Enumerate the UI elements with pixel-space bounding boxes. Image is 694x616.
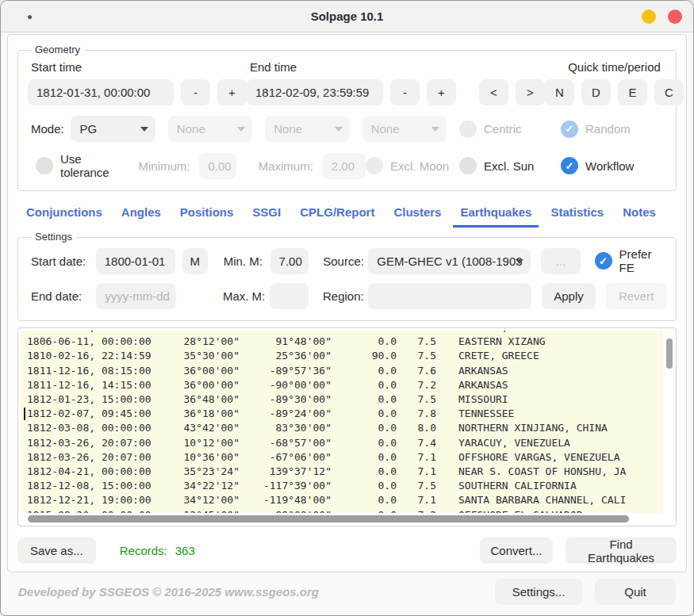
table-row[interactable]: 1812-04-21, 00:00:0035°23'24"139°37'12"0… bbox=[27, 465, 663, 479]
mode-dropdown[interactable]: PG bbox=[71, 116, 155, 142]
minimize-button[interactable] bbox=[642, 10, 656, 24]
app-icon bbox=[28, 15, 32, 19]
end-time-minus-button[interactable]: - bbox=[390, 79, 420, 105]
vertical-scrollbar-thumb[interactable] bbox=[666, 339, 673, 369]
table-row[interactable]: 1812-03-08, 00:00:0043°42'00"83°30'00"0.… bbox=[27, 421, 663, 435]
start-time-minus-button[interactable]: - bbox=[181, 79, 210, 105]
cell-latitude: 43°42'00" bbox=[157, 421, 240, 435]
chevron-down-icon bbox=[516, 259, 523, 264]
tab-ssgi[interactable]: SSGI bbox=[245, 202, 288, 228]
quit-button[interactable]: Quit bbox=[595, 579, 676, 605]
cell-latitude: 36°48'00" bbox=[157, 392, 240, 407]
maximum-input[interactable]: 2.00 bbox=[323, 153, 366, 179]
workflow-checkbox[interactable]: ✓ bbox=[561, 157, 578, 174]
mode-dropdown-2[interactable]: None bbox=[168, 116, 252, 142]
close-button[interactable] bbox=[668, 10, 682, 24]
table-row[interactable]: 1811-12-16, 08:15:0036°00'00"-89°57'36"0… bbox=[27, 364, 663, 378]
table-row[interactable]: 1812-03-26, 20:07:0010°36'00"-67°06'00"0… bbox=[27, 450, 663, 465]
earthquake-list[interactable]: 1806-03-25, 00:00:0020°22'04"-105°24'00"… bbox=[21, 331, 663, 513]
minimum-input[interactable]: 0.00 bbox=[199, 153, 236, 179]
source-more-button[interactable]: ... bbox=[541, 248, 580, 274]
mode-dropdown-4[interactable]: None bbox=[362, 116, 447, 142]
revert-button[interactable]: Revert bbox=[606, 283, 666, 309]
cell-latitude: 28°12'00" bbox=[157, 335, 240, 349]
cell-datetime: 1811-12-16, 08:15:00 bbox=[27, 364, 157, 378]
end-time-plus-button[interactable]: + bbox=[427, 79, 456, 105]
cell-region: SOUTHERN CALIFORNIA bbox=[458, 479, 577, 493]
tab-notes[interactable]: Notes bbox=[615, 202, 663, 228]
m-button[interactable]: M bbox=[182, 248, 208, 274]
tab-statistics[interactable]: Statistics bbox=[543, 202, 611, 228]
mode-dropdown-3[interactable]: None bbox=[265, 116, 349, 142]
table-row[interactable]: 1812-02-07, 09:45:0036°18'00"-89°24'00"0… bbox=[27, 407, 663, 421]
quick-c-button[interactable]: C bbox=[654, 79, 684, 105]
apply-button[interactable]: Apply bbox=[542, 283, 596, 309]
excl-sun-checkbox[interactable] bbox=[459, 157, 477, 174]
tab-conjunctions[interactable]: Conjunctions bbox=[19, 202, 109, 228]
table-row[interactable]: 1812-12-08, 15:00:0034°22'12"-117°39'00"… bbox=[27, 479, 663, 493]
quick-e-button[interactable]: E bbox=[618, 79, 647, 105]
cell-region: YARACUY, VENEZUELA bbox=[458, 436, 570, 450]
find-earthquakes-button[interactable]: Find Earthquakes bbox=[566, 538, 677, 564]
maximum-label: Maximum: bbox=[259, 159, 313, 173]
min-m-input[interactable]: 7.00 bbox=[270, 248, 309, 274]
prefer-fe-checkbox[interactable]: ✓ bbox=[595, 252, 612, 270]
table-row[interactable]: 1810-02-16, 22:14:5935°30'00"25°36'00"90… bbox=[27, 349, 663, 363]
cell-datetime: 1812-12-08, 15:00:00 bbox=[27, 479, 157, 493]
tab-earthquakes[interactable]: Earthquakes bbox=[453, 202, 539, 228]
excl-moon-checkbox[interactable] bbox=[366, 157, 383, 174]
quick-n-button[interactable]: N bbox=[545, 79, 574, 105]
cell-magnitude: 7.5 bbox=[397, 335, 436, 349]
cell-datetime: 1810-02-16, 22:14:59 bbox=[27, 349, 157, 363]
cell-region: ARKANSAS bbox=[458, 378, 508, 392]
horizontal-scrollbar-thumb[interactable] bbox=[28, 515, 629, 522]
minimum-label: Minimum: bbox=[138, 159, 190, 173]
centric-checkbox[interactable] bbox=[459, 121, 477, 138]
period-prev-button[interactable]: < bbox=[479, 79, 508, 105]
cell-latitude: 35°30'00" bbox=[157, 349, 240, 363]
random-checkbox[interactable]: ✓ bbox=[561, 121, 578, 138]
app-window: Solpage 10.1 Geometry Start time 1812-01… bbox=[0, 0, 694, 616]
max-m-input[interactable] bbox=[270, 283, 309, 309]
cell-longitude: 25°36'00" bbox=[240, 349, 332, 363]
cell-datetime: 1812-01-23, 15:00:00 bbox=[27, 392, 157, 407]
quick-d-button[interactable]: D bbox=[581, 79, 611, 105]
table-row[interactable]: 1812-03-26, 20:07:0010°12'00"-68°57'00"0… bbox=[27, 436, 663, 450]
records-value: 363 bbox=[175, 544, 195, 557]
source-dropdown[interactable]: GEM-GHEC v1 (1008-1903 bbox=[368, 248, 531, 274]
cell-datetime: 1812-12-21, 19:00:00 bbox=[27, 493, 157, 507]
titlebar[interactable]: Solpage 10.1 bbox=[1, 1, 693, 33]
cell-datetime: 1815-08-20, 00:00:00 bbox=[27, 508, 157, 513]
region-input[interactable] bbox=[368, 283, 531, 309]
table-row[interactable]: 1806-06-11, 00:00:0028°12'00"91°48'00"0.… bbox=[27, 335, 663, 349]
geometry-legend: Geometry bbox=[31, 44, 84, 55]
cell-depth: 0.0 bbox=[332, 465, 397, 479]
period-next-button[interactable]: > bbox=[516, 79, 545, 105]
table-row[interactable]: 1812-01-23, 15:00:0036°48'00"-89°30'00"0… bbox=[27, 392, 663, 407]
cell-longitude: 83°30'00" bbox=[240, 421, 332, 435]
end-time-input[interactable]: 1812-02-09, 23:59:59 bbox=[247, 79, 383, 105]
table-row[interactable]: 1811-12-16, 14:15:0036°00'00"-90°00'00"0… bbox=[27, 378, 663, 392]
end-date-input[interactable]: yyyy-mm-dd bbox=[96, 283, 175, 309]
tab-angles[interactable]: Angles bbox=[114, 202, 168, 228]
cell-region: ARKANSAS bbox=[458, 364, 508, 378]
use-tolerance-checkbox[interactable] bbox=[36, 157, 53, 174]
save-as-button[interactable]: Save as... bbox=[17, 538, 96, 564]
start-date-input[interactable]: 1800-01-01 bbox=[96, 248, 175, 274]
cell-latitude: 10°12'00" bbox=[157, 436, 240, 450]
convert-button[interactable]: Convert... bbox=[480, 538, 553, 564]
start-time-input[interactable]: 1812-01-31, 00:00:00 bbox=[28, 79, 174, 105]
table-row[interactable]: 1815-08-20, 00:00:0012°45'00"-89°00'00"0… bbox=[27, 508, 663, 513]
table-row[interactable]: 1812-12-21, 19:00:0034°12'00"-119°48'00"… bbox=[27, 493, 663, 507]
cell-magnitude: 8.0 bbox=[397, 421, 436, 435]
cell-longitude: -117°39'00" bbox=[240, 479, 332, 493]
start-time-plus-button[interactable]: + bbox=[217, 79, 247, 105]
tab-clusters[interactable]: Clusters bbox=[386, 202, 448, 228]
tab-cplg-report[interactable]: CPLG/Report bbox=[293, 202, 382, 228]
cell-region: TENNESSEE bbox=[458, 407, 514, 421]
cell-datetime: 1806-06-11, 00:00:00 bbox=[27, 335, 157, 349]
records-label: Records: bbox=[120, 544, 167, 557]
settings-button[interactable]: Settings... bbox=[495, 579, 582, 605]
text-cursor bbox=[24, 407, 25, 420]
tab-positions[interactable]: Positions bbox=[173, 202, 241, 228]
